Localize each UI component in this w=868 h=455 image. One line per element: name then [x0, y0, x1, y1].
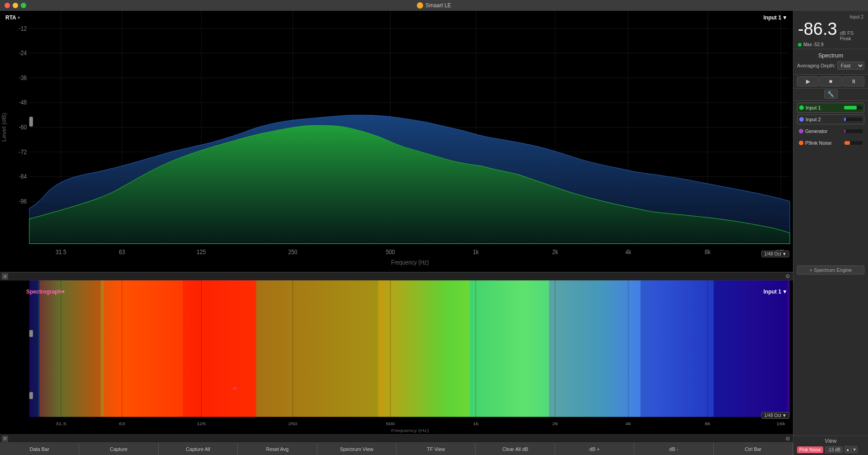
sg-heart: ♥ [61, 289, 65, 295]
svg-text:4k: 4k [625, 421, 631, 426]
svg-text:500: 500 [386, 421, 395, 426]
pause-button[interactable]: ⏸ [843, 76, 864, 86]
db-plus-button[interactable]: dB + [555, 443, 634, 455]
svg-text:-84: -84 [19, 173, 27, 180]
app-icon [417, 2, 423, 9]
bottom-toolbar: Data Bar Capture Capture All Reset Avg S… [0, 442, 793, 455]
svg-text:250: 250 [288, 421, 297, 426]
svg-point-73 [233, 387, 236, 390]
rta-spectrum-svg: -12 -24 -36 -48 -60 -72 -84 -96 Level (d… [0, 11, 793, 272]
sg-resolution-arrow: ▼ [782, 413, 787, 418]
settings-button[interactable]: 🔧 [824, 90, 838, 99]
svg-text:4k: 4k [625, 248, 631, 256]
level-value: -86.3 [798, 20, 837, 38]
level-max-row: Max -52.9 [798, 42, 863, 47]
play-button[interactable]: ▶ [797, 76, 819, 86]
svg-text:-72: -72 [19, 148, 27, 156]
svg-rect-47 [470, 280, 549, 417]
input-entry-1[interactable]: Input 1 [797, 103, 864, 113]
app-title-text: Smaart LE [425, 2, 451, 9]
sg-resolution-text: 1/48 Oct [764, 413, 781, 418]
svg-text:63: 63 [119, 248, 125, 256]
clear-all-db-button[interactable]: Clear All dB [476, 443, 555, 455]
spectrograph-gear-icon[interactable]: ⚙ [785, 273, 790, 280]
maximize-button[interactable] [21, 3, 26, 8]
generator-meter [844, 129, 863, 133]
svg-text:63: 63 [119, 421, 125, 426]
generator-name: Generator [805, 128, 843, 134]
rta-label-arrow[interactable]: ▼ [17, 16, 21, 20]
svg-rect-72 [29, 392, 33, 399]
rta-resolution-arrow: ▼ [782, 251, 787, 256]
stop-button[interactable]: ■ [820, 76, 841, 86]
spectrum-view-button[interactable]: Spectrum View [317, 443, 396, 455]
svg-text:8k: 8k [705, 248, 711, 256]
add-spectrum-engine-button[interactable]: + Spectrum Engine [797, 265, 864, 275]
level-unit: dB FS Peak [840, 30, 863, 41]
input-entry-generator[interactable]: Generator [797, 126, 864, 136]
minimize-button[interactable] [13, 3, 18, 8]
window-controls [5, 3, 26, 8]
wrench-row: 🔧 [793, 89, 868, 101]
rta-panel: RTA ▼ Input 1 ▼ [0, 11, 793, 272]
reset-avg-button[interactable]: Reset Avg [238, 443, 317, 455]
rta-canvas: RTA ▼ Input 1 ▼ [0, 11, 793, 272]
db-minus-button[interactable]: dB - [634, 443, 713, 455]
svg-text:-24: -24 [19, 49, 27, 57]
svg-text:125: 125 [197, 248, 206, 256]
averaging-depth-select[interactable]: Fast [837, 62, 864, 70]
rta-input-name: Input 1 [764, 14, 781, 21]
generator-dot [799, 129, 803, 133]
view-title: View [797, 438, 864, 444]
spectrograph-panel: Spectrograph♥ Input 1 ▼ [0, 280, 793, 434]
generator-meter-fill [844, 129, 845, 133]
ctrl-bar-button[interactable]: Ctrl Bar [714, 443, 793, 455]
sg-close-icon[interactable]: ✕ [2, 436, 8, 442]
spectrum-title: Spectrum [797, 52, 864, 59]
transport-controls: ▶ ■ ⏸ [793, 75, 868, 89]
capture-button[interactable]: Capture [79, 443, 158, 455]
svg-rect-50 [714, 280, 787, 417]
svg-text:500: 500 [386, 248, 395, 256]
inputs-section: Input 1 Input 2 Generator [793, 101, 868, 264]
db-level-value: -13 dB [825, 446, 843, 453]
app-title: Smaart LE [417, 2, 451, 9]
capture-all-button[interactable]: Capture All [159, 443, 238, 455]
svg-text:1k: 1k [473, 248, 479, 256]
svg-text:31.5: 31.5 [56, 421, 66, 426]
tf-view-button[interactable]: TF View [396, 443, 476, 455]
close-button[interactable] [5, 3, 10, 8]
rta-close-icon[interactable]: ✕ [2, 273, 8, 280]
svg-text:31.5: 31.5 [56, 248, 66, 256]
data-bar-button[interactable]: Data Bar [0, 443, 79, 455]
rta-panel-label: RTA ▼ [5, 14, 21, 21]
svg-text:-96: -96 [19, 198, 27, 205]
svg-text:2k: 2k [552, 248, 558, 256]
spacer [793, 276, 868, 436]
spectrograph-svg: 31.5 63 125 250 500 1k 2k 4k 8k 16k Freq… [0, 280, 793, 434]
sg-label-text: Spectrograph [26, 289, 61, 295]
svg-rect-48 [549, 280, 640, 417]
sg-gear-icon[interactable]: ⚙ [785, 436, 790, 442]
db-down-button[interactable]: ▼ [851, 446, 858, 453]
spectrum-section: Spectrum Averaging Depth: Fast [793, 49, 868, 75]
sg-input-arrow: ▼ [782, 289, 788, 295]
sg-input-label[interactable]: Input 1 ▼ [764, 289, 788, 295]
averaging-depth-label: Averaging Depth: [797, 63, 835, 68]
input-entry-p9ink[interactable]: P9ink Noise [797, 138, 864, 148]
rta-input-label[interactable]: Input 1 ▼ [764, 14, 788, 21]
input-entry-2[interactable]: Input 2 [797, 114, 864, 124]
level-input-label: Input 2 [798, 14, 863, 19]
svg-text:-12: -12 [19, 25, 27, 32]
level-max-dot [798, 43, 802, 47]
pink-noise-badge[interactable]: Pink Noise [797, 446, 823, 453]
svg-text:16k: 16k [776, 421, 785, 426]
rta-input-arrow: ▼ [782, 14, 788, 21]
db-up-button[interactable]: ▲ [844, 446, 851, 453]
view-section: View Pink Noise -13 dB ▲ ▼ [793, 436, 868, 455]
sg-resolution-badge[interactable]: 1/48 Oct ▼ [761, 412, 789, 419]
spectrograph-label: Spectrograph♥ [26, 289, 65, 295]
right-panel: Input 2 -86.3 dB FS Peak Max -52.9 Spect… [793, 11, 868, 455]
rta-resolution-badge[interactable]: 1/48 Oct ▼ [761, 251, 789, 257]
view-row: Pink Noise -13 dB ▲ ▼ [797, 446, 864, 453]
